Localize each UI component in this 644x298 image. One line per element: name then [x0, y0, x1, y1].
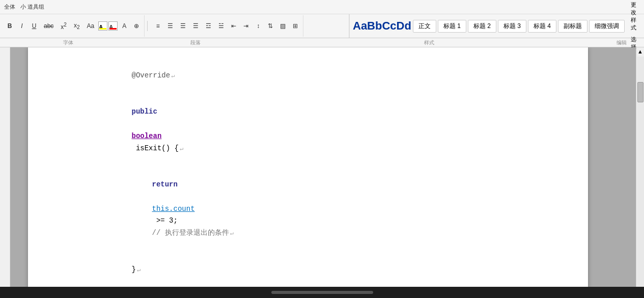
highlight-button[interactable]: A — [98, 21, 107, 31]
style-heading3[interactable]: 标题 3 — [498, 20, 526, 33]
text-effects-button[interactable]: A — [119, 21, 130, 31]
borders-button[interactable]: ⊞ — [290, 21, 301, 31]
style-heading2[interactable]: 标题 2 — [468, 20, 496, 33]
style-subtle[interactable]: 细微强调 — [589, 20, 625, 33]
style-heading4[interactable]: 标题 4 — [528, 20, 556, 33]
left-ruler — [0, 47, 10, 298]
style-heading1[interactable]: 标题 1 — [438, 20, 466, 33]
style-section-label: 样式 — [257, 39, 601, 46]
align-left-button[interactable]: ≡ — [152, 21, 163, 31]
scrollbar-track[interactable] — [637, 57, 644, 289]
toolbar-row2: B I U abc x2 x2 Aa A A A ⊕ ≡ ☰ ☰ ☰ ☲ — [0, 14, 644, 38]
numbering-button[interactable]: ☱ — [215, 21, 227, 31]
taskbar — [0, 287, 644, 298]
doc-page: @Override↵ public boolean isExit() {↵ re… — [28, 47, 588, 298]
font-name-display: 全体 — [2, 3, 17, 11]
align-center-button[interactable]: ☰ — [164, 21, 176, 31]
italic-button[interactable]: I — [16, 21, 27, 31]
fontname-button[interactable]: Aa — [83, 21, 97, 31]
section-labels: 字体 段落 样式 编辑 — [0, 38, 644, 47]
align-right-button[interactable]: ☰ — [177, 21, 189, 31]
underline-button[interactable]: U — [29, 21, 40, 31]
circled-a-button[interactable]: ⊕ — [131, 21, 142, 31]
bullets-button[interactable]: ☲ — [203, 21, 214, 31]
this-count-highlight: this.count — [152, 205, 195, 213]
indent-button[interactable]: ⇥ — [240, 21, 251, 31]
code-line-1: @Override↵ — [69, 58, 557, 94]
style-pane: AaBbCcDd 正文 标题 1 标题 2 标题 3 标题 4 副标题 细微强调… — [349, 14, 644, 38]
preview-aa: AaBbCcDd — [353, 20, 411, 32]
scrollbar[interactable]: ▲ ▼ — [636, 47, 644, 298]
font-section-label: 字体 — [2, 39, 134, 46]
bold-button[interactable]: B — [4, 21, 15, 31]
code-line-4: }↵ — [69, 252, 557, 288]
subscript-button[interactable]: x2 — [71, 20, 83, 32]
font-section: B I U abc x2 x2 Aa A A A ⊕ — [2, 15, 145, 37]
superscript-button[interactable]: x2 — [58, 20, 70, 32]
code-line-3: return this.count >= 3; // 执行登录退出的条件↵ — [69, 167, 557, 252]
main-area: @Override↵ public boolean isExit() {↵ re… — [0, 47, 644, 298]
para-section-label: 段落 — [134, 39, 257, 46]
toolbar-row1: 全体 小 道具组 — [0, 0, 644, 14]
code-line-2: public boolean isExit() {↵ — [69, 94, 557, 167]
fontcolor-button[interactable]: A — [108, 21, 118, 31]
taskbar-progress-bar — [271, 291, 373, 294]
strikethrough-button[interactable]: abc — [41, 21, 57, 31]
code-block: @Override↵ public boolean isExit() {↵ re… — [69, 52, 557, 298]
toolbar-area: 全体 小 道具组 B I U abc x2 x2 Aa A A A ⊕ — [0, 0, 644, 38]
divider1 — [147, 21, 148, 31]
justify-button[interactable]: ☰ — [190, 21, 202, 31]
scrollbar-thumb[interactable] — [637, 82, 643, 102]
line-spacing-button[interactable]: ↕ — [253, 21, 264, 31]
sort-button[interactable]: ⇅ — [265, 21, 276, 31]
change-style-button[interactable]: 更改样式 — [626, 0, 641, 33]
para-section: ≡ ☰ ☰ ☰ ☲ ☱ ⇤ ⇥ ↕ ⇅ ▨ ⊞ — [150, 15, 303, 37]
style-normal[interactable]: 正文 — [413, 20, 436, 33]
doc-wrapper: @Override↵ public boolean isExit() {↵ re… — [10, 47, 636, 298]
heading-display: 小 道具组 — [18, 3, 46, 11]
shading-button[interactable]: ▨ — [277, 21, 289, 31]
style-heading5[interactable]: 副标题 — [558, 20, 587, 33]
outdent-button[interactable]: ⇤ — [228, 21, 239, 31]
